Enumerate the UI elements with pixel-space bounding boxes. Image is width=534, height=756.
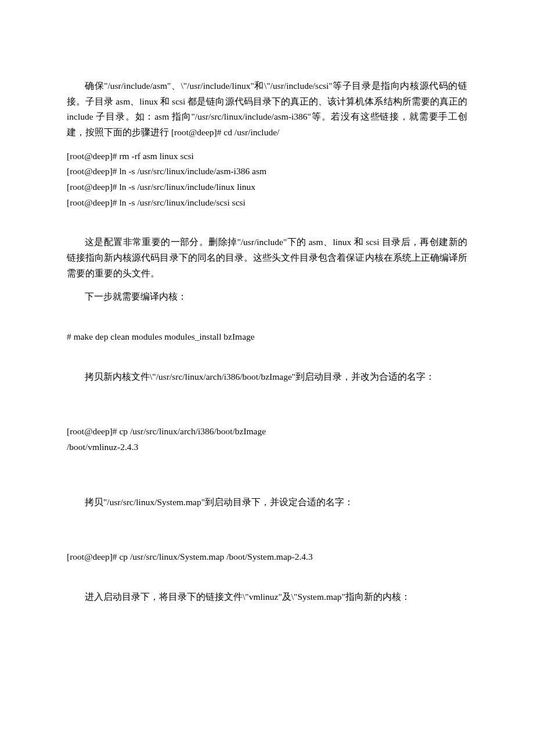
command-line-5: # make dep clean modules modules_install…	[67, 329, 467, 345]
paragraph-3: 下一步就需要编译内核：	[67, 289, 467, 305]
spacer	[67, 210, 467, 235]
paragraph-1: 确保"/usr/include/asm"、\"/usr/include/linu…	[67, 78, 467, 141]
spacer	[67, 141, 467, 149]
spacer	[67, 281, 467, 289]
command-line-4: [root@deep]# ln -s /usr/src/linux/includ…	[67, 195, 467, 211]
command-line-2: [root@deep]# ln -s /usr/src/linux/includ…	[67, 164, 467, 179]
spacer	[67, 455, 467, 495]
document-page: 确保"/usr/include/asm"、\"/usr/include/linu…	[0, 0, 534, 639]
command-line-7: /boot/vmlinuz-2.4.3	[67, 440, 467, 455]
command-line-8: [root@deep]# cp /usr/src/linux/System.ma…	[67, 549, 467, 565]
spacer	[67, 565, 467, 589]
paragraph-5: 拷贝"/usr/src/linux/System.map"到启动目录下，并设定合…	[67, 495, 467, 510]
spacer	[67, 345, 467, 369]
command-line-6: [root@deep]# cp /usr/src/linux/arch/i386…	[67, 424, 467, 440]
command-line-3: [root@deep]# ln -s /usr/src/linux/includ…	[67, 179, 467, 195]
spacer	[67, 305, 467, 329]
spacer	[67, 384, 467, 424]
paragraph-2: 这是配置非常重要的一部分。删除掉"/usr/include"下的 asm、lin…	[67, 235, 467, 281]
command-line-1: [root@deep]# rm -rf asm linux scsi	[67, 149, 467, 164]
spacer	[67, 510, 467, 549]
paragraph-4: 拷贝新内核文件\"/usr/src/linux/arch/i386/boot/b…	[67, 369, 467, 385]
paragraph-6: 进入启动目录下，将目录下的链接文件\"vmlinuz"及\"System.map…	[67, 589, 467, 605]
